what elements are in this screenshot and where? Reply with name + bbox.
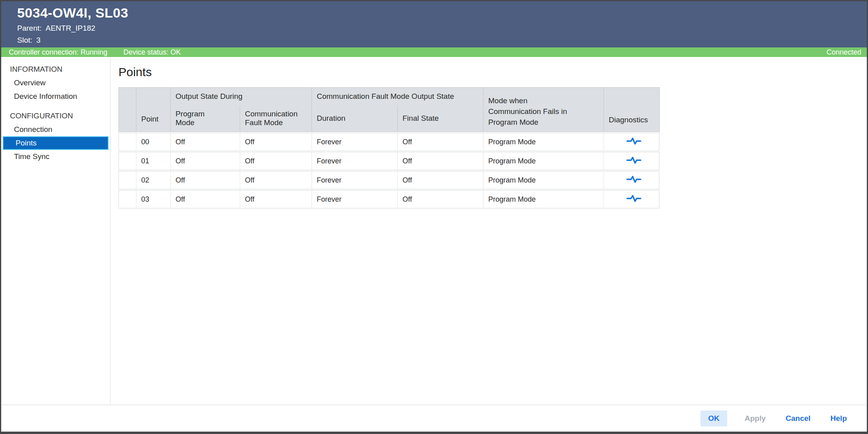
points-table: Point Output State During Communication … xyxy=(118,87,659,209)
help-button[interactable]: Help xyxy=(828,410,849,426)
cell-mode-when-comm-fails[interactable]: Program Mode xyxy=(483,190,604,208)
cell-diagnostics xyxy=(604,133,659,151)
parent-value: AENTR_IP182 xyxy=(45,24,95,32)
cell-program-mode[interactable]: Off xyxy=(170,190,240,208)
slot-label: Slot: xyxy=(17,36,32,44)
diagnostics-button[interactable] xyxy=(625,155,642,165)
sidebar-item-connection[interactable]: Connection xyxy=(1,123,110,136)
cell-diagnostics xyxy=(604,190,659,208)
col-header-mode-when-comm-fails-label: Mode when Communication Fails in Program… xyxy=(488,95,582,128)
page-title: Points xyxy=(118,65,867,79)
pulse-waveform-icon xyxy=(625,141,642,147)
cell-final-state[interactable]: Off xyxy=(397,133,483,151)
table-row: 03 Off Off Forever Off Program Mode xyxy=(118,190,659,208)
table-row: 02 Off Off Forever Off Program Mode xyxy=(118,171,659,189)
pulse-waveform-icon xyxy=(625,160,642,166)
cell-comm-fault-mode[interactable]: Off xyxy=(240,171,312,189)
sidebar-nav: INFORMATION Overview Device Information … xyxy=(1,57,110,405)
points-table-rows: 00 Off Off Forever Off Program Mode 01 O… xyxy=(118,132,659,209)
slot-value: 3 xyxy=(36,36,41,44)
sidebar-section-label-information: INFORMATION xyxy=(1,63,110,76)
parent-info: Parent:AENTR_IP182 xyxy=(17,24,859,33)
slot-info: Slot:3 xyxy=(17,36,859,45)
pulse-waveform-icon xyxy=(625,198,642,204)
diagnostics-button[interactable] xyxy=(625,194,642,203)
row-selector-cell[interactable] xyxy=(118,133,136,151)
cell-duration[interactable]: Forever xyxy=(312,190,397,208)
row-selector-cell[interactable] xyxy=(118,152,136,170)
col-header-diagnostics: Diagnostics xyxy=(604,88,660,132)
cell-point: 01 xyxy=(136,152,170,170)
sidebar-section-configuration: CONFIGURATION Connection Points Time Syn… xyxy=(1,109,110,163)
cell-duration[interactable]: Forever xyxy=(312,133,397,151)
ok-button[interactable]: OK xyxy=(700,410,727,426)
cell-diagnostics xyxy=(604,171,659,189)
cell-mode-when-comm-fails[interactable]: Program Mode xyxy=(483,133,604,151)
col-header-program-mode: Program Mode xyxy=(171,106,240,132)
cell-mode-when-comm-fails[interactable]: Program Mode xyxy=(483,152,604,170)
row-selector-cell[interactable] xyxy=(118,190,136,208)
sidebar-item-device-information[interactable]: Device Information xyxy=(1,90,110,103)
table-row: 00 Off Off Forever Off Program Mode xyxy=(118,133,659,151)
col-header-final-state: Final State xyxy=(398,106,483,132)
cell-point: 02 xyxy=(136,171,170,189)
cell-diagnostics xyxy=(604,152,659,170)
status-bar: Controller connection: Running Device st… xyxy=(1,47,867,57)
cell-final-state[interactable]: Off xyxy=(397,190,483,208)
points-table-body: 00 Off Off Forever Off Program Mode 01 O… xyxy=(118,133,659,208)
cell-final-state[interactable]: Off xyxy=(397,152,483,170)
sidebar-item-points[interactable]: Points xyxy=(3,136,108,150)
cell-comm-fault-mode[interactable]: Off xyxy=(240,190,312,208)
sidebar-section-label-configuration: CONFIGURATION xyxy=(1,109,110,123)
footer-button-bar: OK Apply Cancel Help xyxy=(1,405,867,432)
cell-duration[interactable]: Forever xyxy=(312,171,397,189)
row-selector-cell[interactable] xyxy=(118,171,136,189)
col-header-point: Point xyxy=(136,88,171,132)
pulse-waveform-icon xyxy=(625,179,642,185)
group-header-comm-fault-output-state: Communication Fault Mode Output State xyxy=(312,88,483,106)
cell-point: 00 xyxy=(136,133,170,151)
cell-program-mode[interactable]: Off xyxy=(170,171,240,189)
cell-point: 03 xyxy=(136,190,170,208)
col-header-duration: Duration xyxy=(312,106,398,132)
window-title: 5034-OW4I, SL03 xyxy=(17,5,859,21)
sidebar-item-time-sync[interactable]: Time Sync xyxy=(1,150,110,163)
cell-program-mode[interactable]: Off xyxy=(170,152,240,170)
cell-comm-fault-mode[interactable]: Off xyxy=(240,152,312,170)
col-header-gutter xyxy=(119,88,136,132)
cell-comm-fault-mode[interactable]: Off xyxy=(240,133,312,151)
col-header-comm-fault-mode-label: Communication Fault Mode xyxy=(245,110,307,127)
cell-program-mode[interactable]: Off xyxy=(170,133,240,151)
diagnostics-button[interactable] xyxy=(625,175,642,184)
dialog-body: INFORMATION Overview Device Information … xyxy=(1,57,867,405)
col-header-program-mode-label: Program Mode xyxy=(176,110,213,127)
controller-connection-status: Controller connection: Running xyxy=(9,48,107,57)
cell-duration[interactable]: Forever xyxy=(312,152,397,170)
parent-label: Parent: xyxy=(17,24,41,32)
diagnostics-button[interactable] xyxy=(625,136,642,146)
col-header-mode-when-comm-fails: Mode when Communication Fails in Program… xyxy=(483,88,604,132)
titlebar: 5034-OW4I, SL03 Parent:AENTR_IP182 Slot:… xyxy=(1,1,867,47)
main-content: Points Point Output State During Communi… xyxy=(110,57,867,405)
sidebar-item-overview[interactable]: Overview xyxy=(1,76,110,90)
apply-button: Apply xyxy=(742,410,768,426)
group-header-output-state-during: Output State During xyxy=(171,88,312,106)
table-row: 01 Off Off Forever Off Program Mode xyxy=(118,152,659,170)
sidebar-section-information: INFORMATION Overview Device Information xyxy=(1,63,110,103)
col-header-comm-fault-mode: Communication Fault Mode xyxy=(240,106,312,132)
device-properties-window: 5034-OW4I, SL03 Parent:AENTR_IP182 Slot:… xyxy=(0,0,868,434)
cell-final-state[interactable]: Off xyxy=(397,171,483,189)
device-status: Device status: OK xyxy=(123,48,181,57)
cancel-button[interactable]: Cancel xyxy=(783,410,813,426)
points-table-header: Point Output State During Communication … xyxy=(118,87,660,132)
connection-state-badge: Connected xyxy=(827,48,861,57)
cell-mode-when-comm-fails[interactable]: Program Mode xyxy=(483,171,604,189)
